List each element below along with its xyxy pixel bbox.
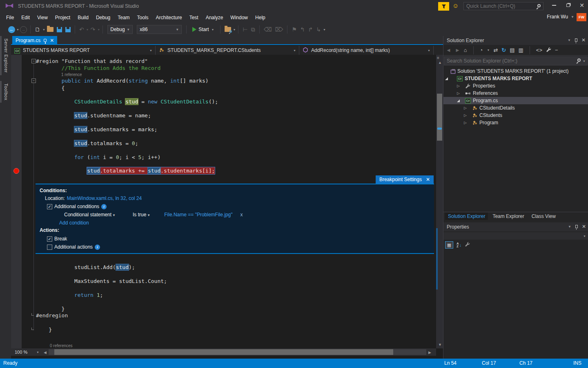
chevron-down-icon[interactable]: ▼ <box>16 28 19 31</box>
tree-item-properties[interactable]: ▷Properties <box>443 82 588 90</box>
window-menu-icon[interactable]: ▼ <box>568 38 571 42</box>
sync-with-active-document-icon[interactable]: ⇄ <box>493 47 498 53</box>
search-icon[interactable] <box>577 58 581 62</box>
tree-item-cstudentdetails[interactable]: ▷CStudentDetails <box>443 104 588 112</box>
menu-item-view[interactable]: View <box>33 13 51 22</box>
condition-type-dropdown[interactable]: Conditional statement▼ <box>64 212 116 218</box>
previous-bookmark-icon[interactable]: ↰ <box>300 26 305 33</box>
home-icon[interactable]: ⌂ <box>464 47 467 53</box>
breakpoint-margin[interactable] <box>11 55 22 348</box>
find-in-files-icon[interactable] <box>225 27 231 32</box>
quick-launch-input[interactable] <box>464 2 533 10</box>
menu-item-build[interactable]: Build <box>74 13 92 22</box>
menu-item-team[interactable]: Team <box>114 13 133 22</box>
side-tab-toolbox[interactable]: Toolbox <box>0 81 11 103</box>
nav-dropdown-students-marks-report[interactable]: C#STUDENTS MARKS REPORT▼ <box>11 46 156 55</box>
panel-tab-solution-explorer[interactable]: Solution Explorer <box>445 213 488 220</box>
categorized-icon[interactable]: ▦ <box>445 241 453 249</box>
additional-actions-checkbox[interactable] <box>47 245 52 250</box>
start-debug-button[interactable]: Start ▼ <box>192 27 214 32</box>
expander-closed-icon[interactable]: ▷ <box>457 82 460 90</box>
clear-bookmarks-icon[interactable]: ↳ <box>316 26 321 33</box>
close-icon[interactable]: ✕ <box>581 37 586 43</box>
info-icon[interactable]: i <box>101 204 107 209</box>
menu-item-project[interactable]: Project <box>51 13 74 22</box>
toolbar-overflow-icon[interactable]: ▼ <box>323 28 326 31</box>
tree-item-students-marks-report[interactable]: C#STUDENTS MARKS REPORT <box>443 75 588 82</box>
vertical-scrollbar-thumb[interactable] <box>437 94 442 141</box>
solution-platform-dropdown[interactable]: x86▼ <box>137 25 182 34</box>
tree-item-references[interactable]: ▷References <box>443 90 588 97</box>
avatar[interactable]: FW <box>577 13 586 21</box>
condition-expression-input[interactable]: File.Name == "ProblemFile.jpg" <box>164 212 232 218</box>
condition-operator-dropdown[interactable]: Is true▼ <box>133 212 150 218</box>
navigate-forward-button[interactable]: → <box>20 26 27 33</box>
zoom-level-dropdown[interactable]: 100 % ▼ <box>12 348 42 356</box>
horizontal-scrollbar-thumb[interactable] <box>54 349 393 355</box>
expander-open-icon[interactable] <box>457 97 460 104</box>
tree-item-program-cs[interactable]: C#Program.cs <box>443 97 588 104</box>
panel-tab-class-view[interactable]: Class View <box>529 213 559 220</box>
solution-explorer-header[interactable]: Solution Explorer ▼ ✕ <box>443 36 588 45</box>
close-icon[interactable]: ✕ <box>426 177 430 182</box>
info-icon[interactable]: i <box>95 245 100 250</box>
expander-open-icon[interactable] <box>445 75 448 82</box>
location-link[interactable]: MainWindow.xaml.cs, ln 32, col 24 <box>67 195 142 201</box>
horizontal-scrollbar[interactable] <box>49 349 426 355</box>
side-tab-server-explorer[interactable]: Server Explorer <box>0 36 11 75</box>
search-icon[interactable] <box>537 4 541 7</box>
refresh-icon[interactable]: ↻ <box>501 47 506 53</box>
nav-dropdown-students-marks-report-cstudent[interactable]: STUDENTS_MARKS_REPORT.CStudents▼ <box>156 46 299 55</box>
menu-item-tools[interactable]: Tools <box>134 13 152 22</box>
solution-explorer-search-input[interactable] <box>444 57 567 65</box>
toolbar-overflow-icon[interactable]: ▼ <box>233 28 236 31</box>
properties-object-dropdown[interactable]: ▼ <box>443 232 588 240</box>
close-button[interactable]: ✕ <box>575 0 588 11</box>
back-icon[interactable]: ◄ <box>446 47 451 53</box>
save-icon[interactable] <box>57 27 62 32</box>
menu-item-file[interactable]: File <box>2 13 18 22</box>
view-code-icon[interactable]: <> <box>536 47 542 53</box>
scroll-up-icon[interactable]: ▲ <box>438 61 442 65</box>
break-checkbox[interactable]: ✓ <box>47 236 52 242</box>
breakpoint-indicator[interactable] <box>13 168 19 174</box>
panel-tab-team-explorer[interactable]: Team Explorer <box>490 213 527 220</box>
alphabetical-sort-icon[interactable]: AZ↓ <box>457 242 461 248</box>
property-pages-wrench-icon[interactable] <box>465 242 470 248</box>
properties-wrench-icon[interactable] <box>546 47 551 54</box>
pin-icon[interactable] <box>44 39 47 42</box>
quick-launch-box[interactable] <box>463 2 543 10</box>
expander-closed-icon[interactable]: ▷ <box>457 90 460 97</box>
pin-icon[interactable] <box>575 225 578 228</box>
feedback-smiley-button[interactable]: ☺ <box>452 2 459 9</box>
scroll-left-icon[interactable]: ◀ <box>44 350 47 355</box>
maximize-button[interactable] <box>561 0 575 11</box>
tab-program-cs[interactable]: Program.cs ✕ <box>12 36 57 45</box>
comment-icon[interactable]: ⌫ <box>264 26 272 33</box>
nav-dropdown-addrecord-string-name-int-mark[interactable]: AddRecord(string name, int[] marks)▼ <box>299 46 434 55</box>
vertical-scrollbar[interactable]: ≡ ▲ ▼ <box>436 55 443 348</box>
solution-explorer-search[interactable]: ▼ <box>444 56 588 65</box>
next-bookmark-icon[interactable]: ↱ <box>308 26 313 33</box>
chevron-down-icon[interactable]: ▼ <box>42 28 45 31</box>
expander-closed-icon[interactable]: ▷ <box>464 112 467 119</box>
undo-icon[interactable]: ↶ <box>79 26 84 33</box>
chevron-down-icon[interactable]: ▼ <box>487 49 490 52</box>
tree-item-solution-students-marks-report[interactable]: Solution 'STUDENTS MARKS REPORT' (1 proj… <box>443 67 588 75</box>
fold-collapse-icon[interactable]: − <box>31 79 36 83</box>
properties-header[interactable]: Properties ▼ ✕ <box>443 222 588 231</box>
show-threads-icon[interactable]: ⧉ <box>251 26 255 33</box>
collapse-all-icon[interactable]: − <box>555 47 558 53</box>
remove-condition-button[interactable]: x <box>241 212 243 218</box>
fold-collapse-icon[interactable]: − <box>31 59 36 63</box>
minimize-button[interactable] <box>547 0 561 11</box>
close-tab-icon[interactable]: ✕ <box>50 38 54 43</box>
display-outline-icon[interactable]: ⊢ <box>243 26 247 33</box>
save-all-icon[interactable] <box>65 27 71 32</box>
chevron-down-icon[interactable]: ▼ <box>583 60 586 63</box>
add-condition-link[interactable]: Add condition <box>59 220 89 226</box>
menu-item-analyze[interactable]: Analyze <box>202 13 227 22</box>
account-menu[interactable]: Frank Wu ▼ <box>547 14 574 20</box>
expander-closed-icon[interactable]: ▷ <box>464 119 467 126</box>
menu-item-debug[interactable]: Debug <box>92 13 114 22</box>
